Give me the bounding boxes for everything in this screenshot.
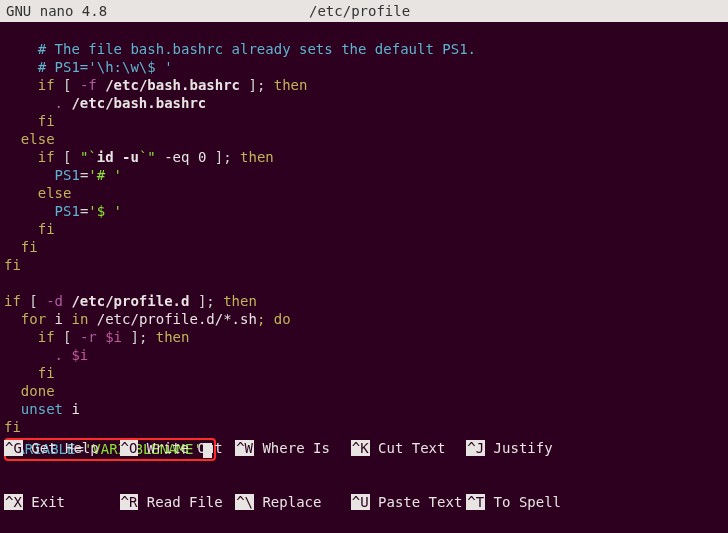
shortcut-read-file[interactable]: ^R Read File	[120, 493, 232, 511]
shortcut-write-out[interactable]: ^O Write Out	[120, 439, 232, 457]
shortcut-cut-text[interactable]: ^K Cut Text	[351, 439, 463, 457]
editor-area[interactable]: # The file bash.bashrc already sets the …	[0, 22, 728, 461]
titlebar: GNU nano 4.8 /etc/profile	[0, 0, 728, 22]
shortcut-paste-text[interactable]: ^U Paste Text	[351, 493, 463, 511]
shortcut-replace[interactable]: ^\ Replace	[235, 493, 347, 511]
shortcut-get-help[interactable]: ^G Get Help	[4, 439, 116, 457]
code-comment: # The file bash.bashrc already sets the …	[38, 41, 476, 57]
shortcut-bar: ^G Get Help ^O Write Out ^W Where Is ^K …	[0, 403, 728, 531]
shortcut-row-1: ^G Get Help ^O Write Out ^W Where Is ^K …	[4, 439, 724, 457]
shortcut-where-is[interactable]: ^W Where Is	[235, 439, 347, 457]
shortcut-to-spell[interactable]: ^T To Spell	[466, 493, 561, 511]
file-name: /etc/profile	[0, 2, 722, 20]
shortcut-row-2: ^X Exit ^R Read File ^\ Replace ^U Paste…	[4, 493, 724, 511]
code-comment: # PS1='\h:\w\$ '	[38, 59, 173, 75]
shortcut-exit[interactable]: ^X Exit	[4, 493, 116, 511]
shortcut-justify[interactable]: ^J Justify	[466, 439, 552, 457]
